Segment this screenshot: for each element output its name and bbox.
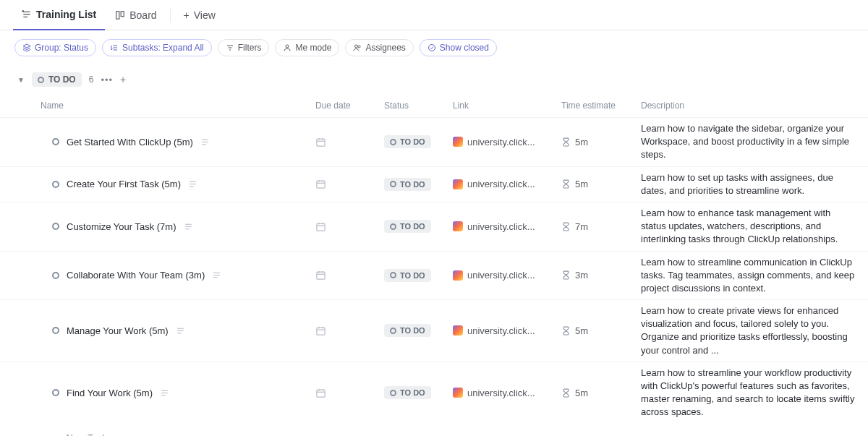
status-circle-icon[interactable] <box>52 327 59 334</box>
link-cell[interactable]: university.click... <box>448 270 557 281</box>
task-name[interactable]: Manage Your Work (5m) <box>67 325 169 336</box>
status-badge: TO DO <box>384 324 431 337</box>
status-label: TO DO <box>400 137 425 146</box>
due-date-cell[interactable] <box>311 179 380 189</box>
new-task-button[interactable]: + New Task <box>0 424 868 436</box>
description-cell[interactable]: Learn how to set up tasks with assignees… <box>637 167 861 202</box>
clickup-logo-icon <box>453 388 463 398</box>
chevron-down-icon[interactable]: ▼ <box>17 76 25 84</box>
col-link[interactable]: Link <box>448 101 557 111</box>
description-icon[interactable] <box>188 179 197 189</box>
table-row[interactable]: Collaborate With Your Team (3m) TO DO un… <box>0 251 868 300</box>
status-circle-icon[interactable] <box>52 223 59 230</box>
table-row[interactable]: Create Your First Task (5m) TO DO univer… <box>0 166 868 202</box>
assignees-button[interactable]: Assignees <box>345 39 413 56</box>
time-value: 5m <box>575 388 588 398</box>
description-icon[interactable] <box>160 388 169 398</box>
pill-label: Subtasks: Expand All <box>122 43 204 53</box>
clickup-logo-icon <box>453 179 463 189</box>
tab-add-view[interactable]: + View <box>175 0 224 30</box>
description-cell[interactable]: Learn how to streamline your workflow pr… <box>637 362 861 424</box>
link-cell[interactable]: university.click... <box>448 221 557 232</box>
tab-label: Board <box>129 9 156 21</box>
due-date-cell[interactable] <box>311 388 380 398</box>
me-mode-button[interactable]: Me mode <box>275 39 339 56</box>
status-circle-icon <box>390 223 396 230</box>
link-cell[interactable]: university.click... <box>448 325 557 336</box>
status-cell[interactable]: TO DO <box>380 324 448 337</box>
due-date-cell[interactable] <box>311 325 380 336</box>
status-circle-icon <box>38 77 44 83</box>
status-circle-icon[interactable] <box>52 181 59 188</box>
link-cell[interactable]: university.click... <box>448 137 557 148</box>
more-icon[interactable]: ••• <box>101 74 113 85</box>
col-due-date[interactable]: Due date <box>311 101 380 111</box>
link-cell[interactable]: university.click... <box>448 388 557 398</box>
clickup-logo-icon <box>453 325 463 335</box>
group-status-badge[interactable]: TO DO <box>32 72 82 87</box>
status-cell[interactable]: TO DO <box>380 386 448 399</box>
svg-point-7 <box>286 45 289 48</box>
description-icon[interactable] <box>184 222 193 231</box>
time-estimate-cell[interactable]: 7m <box>557 221 637 232</box>
subtasks-icon <box>110 43 119 52</box>
filters-button[interactable]: Filters <box>218 39 270 56</box>
status-circle-icon[interactable] <box>52 138 59 145</box>
due-date-cell[interactable] <box>311 137 380 148</box>
task-name[interactable]: Find Your Work (5m) <box>67 388 153 398</box>
tab-board[interactable]: Board <box>106 0 165 30</box>
description-cell[interactable]: Learn how to enhance task management wit… <box>637 202 861 251</box>
time-estimate-cell[interactable]: 5m <box>557 137 637 148</box>
group-filter[interactable]: Group: Status <box>14 39 96 56</box>
time-estimate-cell[interactable]: 3m <box>557 270 637 281</box>
description-cell[interactable]: Learn how to create private views for en… <box>637 300 861 362</box>
hourglass-icon <box>561 326 571 335</box>
task-name[interactable]: Get Started With ClickUp (5m) <box>67 137 193 148</box>
due-date-cell[interactable] <box>311 221 380 232</box>
description-icon[interactable] <box>212 270 221 280</box>
description-icon[interactable] <box>176 326 185 335</box>
calendar-icon <box>315 388 326 398</box>
table-row[interactable]: Manage Your Work (5m) TO DO university.c… <box>0 299 868 362</box>
calendar-icon <box>315 325 326 336</box>
add-task-icon[interactable]: + <box>120 74 126 85</box>
description-cell[interactable]: Learn how to navigate the sidebar, organ… <box>637 118 861 166</box>
time-estimate-cell[interactable]: 5m <box>557 325 637 336</box>
description-cell[interactable]: Learn how to streamline communication in… <box>637 252 861 300</box>
status-cell[interactable]: TO DO <box>380 135 448 148</box>
time-value: 5m <box>575 325 588 336</box>
link-cell[interactable]: university.click... <box>448 179 557 189</box>
col-status[interactable]: Status <box>380 101 448 111</box>
due-date-cell[interactable] <box>311 270 380 281</box>
time-estimate-cell[interactable]: 5m <box>557 179 637 189</box>
calendar-icon <box>315 270 326 281</box>
table-row[interactable]: Get Started With ClickUp (5m) TO DO univ… <box>0 117 868 166</box>
status-cell[interactable]: TO DO <box>380 269 448 282</box>
task-table: Name Due date Status Link Time estimate … <box>0 94 868 436</box>
svg-rect-42 <box>317 328 325 335</box>
col-time-estimate[interactable]: Time estimate <box>557 101 637 111</box>
description-icon[interactable] <box>200 137 210 147</box>
table-row[interactable]: Customize Your Task (7m) TO DO universit… <box>0 202 868 251</box>
task-name-cell: Customize Your Task (7m) <box>36 221 311 232</box>
status-circle-icon[interactable] <box>52 272 59 279</box>
col-name[interactable]: Name <box>36 101 311 111</box>
subtasks-filter[interactable]: Subtasks: Expand All <box>102 39 212 56</box>
link-text: university.click... <box>467 179 535 189</box>
status-cell[interactable]: TO DO <box>380 220 448 233</box>
task-name[interactable]: Customize Your Task (7m) <box>67 221 176 232</box>
show-closed-button[interactable]: Show closed <box>420 39 497 56</box>
task-name-cell: Get Started With ClickUp (5m) <box>36 137 311 148</box>
table-row[interactable]: Find Your Work (5m) TO DO university.cli… <box>0 362 868 424</box>
time-value: 5m <box>575 179 588 189</box>
table-header: Name Due date Status Link Time estimate … <box>0 94 868 117</box>
col-description[interactable]: Description <box>637 101 861 111</box>
time-estimate-cell[interactable]: 5m <box>557 388 637 398</box>
task-name[interactable]: Create Your First Task (5m) <box>67 179 181 189</box>
status-cell[interactable]: TO DO <box>380 178 448 191</box>
task-name[interactable]: Collaborate With Your Team (3m) <box>67 270 205 281</box>
plus-icon: + <box>184 9 190 21</box>
tab-training-list[interactable]: Training List <box>13 0 105 30</box>
svg-rect-14 <box>317 139 325 146</box>
status-circle-icon[interactable] <box>52 389 59 396</box>
